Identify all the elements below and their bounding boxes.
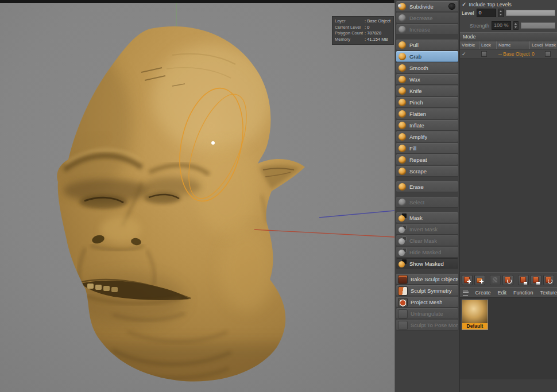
material-sphere-preview	[462, 300, 488, 323]
tree-branch-icon	[498, 54, 502, 55]
tool-hide-masked: Hide Masked	[396, 247, 458, 258]
menu-function[interactable]: Function	[513, 290, 533, 296]
delete-layer-button[interactable]	[543, 275, 554, 285]
fill-brush-icon	[399, 145, 406, 152]
level-row: Level 0	[462, 9, 555, 17]
show-masked-icon	[399, 260, 406, 267]
column-lock: Lock	[479, 41, 497, 49]
layer-name[interactable]: Base Object	[503, 51, 529, 57]
checkmark-icon[interactable]: ✓	[462, 2, 466, 7]
column-level: Level	[530, 41, 543, 49]
tool-fill[interactable]: Fill	[396, 143, 458, 154]
mode-panel-title: Mode	[460, 32, 557, 41]
tool-wax[interactable]: Wax	[396, 74, 458, 85]
menu-texture[interactable]: Texture	[540, 290, 557, 296]
material-default[interactable]: Default	[462, 300, 488, 330]
level-slider[interactable]	[506, 10, 555, 16]
command-project-mesh[interactable]: Project Mesh	[396, 297, 458, 308]
increase-icon	[399, 26, 406, 33]
tool-scrape[interactable]: Scrape	[396, 166, 458, 177]
subdivide-icon	[399, 3, 406, 10]
mask-icon	[399, 214, 406, 222]
command-untriangulate: Untriangulate	[396, 308, 458, 319]
tool-mask[interactable]: Mask	[396, 212, 458, 223]
merge-layer-button[interactable]	[531, 275, 541, 285]
mask-checkbox[interactable]	[545, 51, 551, 57]
level-value-field[interactable]: 0	[477, 9, 496, 17]
strength-row: Strength 100 %	[462, 21, 555, 30]
strength-stepper	[513, 21, 519, 30]
tool-subdivide[interactable]: Subdivide	[396, 1, 458, 12]
sculpt-app-window: Layer : Base Object Current Level : 0 Po…	[0, 0, 557, 392]
pull-brush-icon	[399, 41, 406, 49]
column-name: Name	[497, 41, 530, 49]
grab-brush-icon	[399, 53, 406, 60]
menu-list-icon[interactable]	[463, 290, 468, 296]
layer-list-empty-area	[460, 59, 557, 272]
smooth-brush-icon	[399, 64, 406, 72]
subdivide-options-dot-icon[interactable]	[449, 3, 455, 9]
untriangulate-icon	[399, 310, 407, 318]
hud-row-layer: Layer : Base Object	[335, 18, 391, 25]
command-sculpt-to-pose-morph: Sculpt To Pose Morph	[396, 320, 458, 331]
hud-row-current-level: Current Level : 0	[335, 25, 391, 31]
tool-select: Select	[396, 197, 458, 208]
menu-create[interactable]: Create	[475, 290, 490, 296]
copy-layer-button[interactable]	[518, 275, 529, 285]
tool-attributes: ✓ Include Top Levels Level 0 Strength 10…	[460, 0, 557, 32]
tool-invert-mask: Invert Mask	[396, 224, 458, 235]
column-visible: Visible	[460, 41, 479, 49]
tool-pinch[interactable]: Pinch	[396, 97, 458, 108]
sculpt-tool-panel: Subdivide Decrease Increase Pull Grab Sm…	[394, 0, 459, 392]
sculpt-to-pose-morph-icon	[399, 321, 407, 329]
tool-amplify[interactable]: Amplify	[396, 131, 458, 142]
lock-checkbox[interactable]	[481, 51, 487, 57]
visible-check-icon[interactable]: ✓	[462, 51, 466, 57]
3d-viewport[interactable]: Layer : Base Object Current Level : 0 Po…	[0, 0, 394, 392]
tool-flatten[interactable]: Flatten	[396, 108, 458, 119]
include-top-levels-label: Include Top Levels	[469, 2, 511, 7]
menu-edit[interactable]: Edit	[497, 290, 506, 296]
tool-decrease: Decrease	[396, 13, 458, 24]
select-brush-icon	[399, 199, 406, 206]
refresh-icon	[507, 279, 512, 284]
tool-clear-mask: Clear Mask	[396, 235, 458, 246]
material-manager: Default	[460, 298, 557, 379]
material-name-label: Default	[462, 323, 488, 329]
tool-pull[interactable]: Pull	[396, 40, 458, 51]
level-stepper[interactable]	[498, 9, 504, 17]
attributes-and-layers-panel: ✓ Include Top Levels Level 0 Strength 10…	[459, 0, 557, 392]
amplify-brush-icon	[399, 133, 406, 141]
tool-show-masked[interactable]: Show Masked	[396, 258, 458, 269]
add-layer-button[interactable]	[462, 275, 473, 285]
knife-brush-icon	[399, 87, 406, 95]
sculpt-symmetry-icon	[399, 287, 407, 295]
project-mesh-icon	[399, 298, 407, 306]
tool-knife[interactable]: Knife	[396, 86, 458, 96]
layer-level-value: 0	[530, 51, 543, 57]
tool-grab[interactable]: Grab	[396, 51, 458, 62]
update-layer-button[interactable]	[502, 275, 513, 285]
command-sculpt-symmetry[interactable]: Sculpt Symmetry	[396, 285, 458, 296]
inflate-brush-icon	[399, 122, 406, 129]
delete-icon	[548, 279, 552, 284]
plus-icon	[467, 280, 471, 284]
clear-mask-icon	[399, 237, 406, 244]
tool-smooth[interactable]: Smooth	[396, 63, 458, 73]
flatten-brush-icon	[399, 110, 406, 118]
strength-slider	[521, 22, 555, 29]
hud-row-memory: Memory : 41.154 MB	[335, 37, 391, 43]
bars-icon	[524, 282, 527, 283]
add-folder-button[interactable]	[474, 275, 485, 285]
bake-sculpt-objects-icon	[399, 275, 407, 284]
tool-inflate[interactable]: Inflate	[396, 120, 458, 131]
include-top-levels-row[interactable]: ✓ Include Top Levels	[462, 2, 555, 7]
tool-repeat[interactable]: Repeat	[396, 154, 458, 165]
tool-erase[interactable]: Erase	[396, 181, 458, 192]
tool-increase: Increase	[396, 24, 458, 35]
layer-manager-toolbar	[460, 272, 557, 287]
sculpted-head-render	[0, 0, 394, 392]
command-bake-sculpt-objects[interactable]: Bake Sculpt Objects	[396, 274, 458, 285]
layer-row-base-object[interactable]: ✓ Base Object 0 1	[460, 49, 557, 59]
pinch-brush-icon	[399, 99, 406, 106]
